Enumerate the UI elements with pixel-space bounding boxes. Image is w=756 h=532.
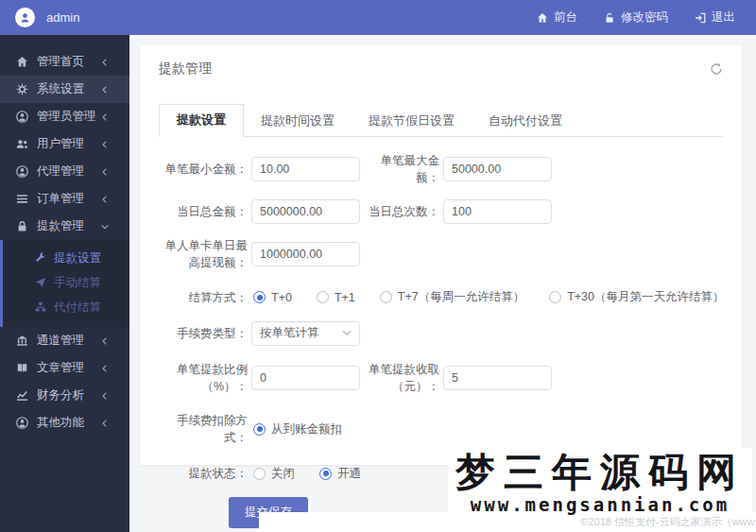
radio-t1[interactable]: T+1: [317, 291, 355, 304]
wrench-icon: [35, 252, 46, 264]
per-card-daily-max-input[interactable]: [251, 242, 360, 266]
sidebar-item-article-manage[interactable]: 文章管理: [0, 354, 129, 382]
tab-bar: 提款设置 提款时间设置 提款节假日设置 自动代付设置: [159, 103, 723, 137]
tab-auto-agentpay-settings[interactable]: 自动代付设置: [472, 106, 579, 137]
page-title: 提款管理: [159, 60, 212, 77]
status-radio-group: 关闭 开通: [253, 466, 361, 482]
topnav-logout[interactable]: 退出: [695, 9, 735, 26]
sidebar-item-finance-analysis[interactable]: 财务分析: [0, 382, 129, 409]
radio-unchecked-icon: [549, 291, 561, 303]
daily-amount-label: 当日总金额：: [163, 203, 248, 220]
sidebar-item-other-functions[interactable]: 其他功能: [0, 409, 129, 437]
radio-t30[interactable]: T+30（每月第一天允许结算）: [549, 289, 724, 305]
chart-line-icon: [16, 389, 28, 402]
submenu-item-manual-settle[interactable]: 手动结算: [3, 270, 129, 295]
radio-unchecked-icon: [380, 291, 392, 303]
radio-unchecked-icon: [253, 468, 266, 480]
settle-mode-radio-group: T+0 T+1 T+7（每周一允许结算） T+30（每月第一天允许结算）: [253, 289, 725, 305]
submenu-item-withdraw-settings[interactable]: 提款设置: [3, 246, 129, 270]
sidebar-item-label: 通道管理: [37, 333, 100, 349]
sidebar-item-label: 代理管理: [37, 163, 100, 180]
min-amount-input[interactable]: [251, 157, 360, 181]
user-circle-icon: [16, 165, 28, 178]
submenu-item-label: 手动结算: [54, 275, 101, 291]
sidebar-item-withdraw-manage[interactable]: 提款管理: [0, 213, 129, 240]
submenu-item-label: 提款设置: [54, 250, 101, 266]
sidebar-item-label: 其他功能: [37, 415, 100, 431]
daily-count-input[interactable]: [443, 199, 552, 224]
topbar-username: admin: [46, 10, 79, 25]
fee-percent-input[interactable]: [251, 366, 360, 390]
unlock-icon: [604, 12, 615, 24]
avatar[interactable]: [15, 8, 35, 27]
chevron-left-icon: [100, 140, 110, 149]
radio-checked-icon: [253, 291, 266, 303]
topnav-frontend[interactable]: 前台: [537, 9, 577, 26]
watermark-url: www.mengsannian.com: [455, 494, 745, 515]
tab-withdraw-holiday-settings[interactable]: 提款节假日设置: [352, 106, 472, 137]
sidebar-item-channel-manage[interactable]: 通道管理: [0, 327, 129, 354]
withdraw-submenu: 提款设置 手动结算 代付结算: [0, 240, 129, 327]
send-icon: [35, 277, 46, 288]
sidebar-item-home[interactable]: 管理首页: [0, 48, 129, 76]
daily-amount-input[interactable]: [251, 199, 360, 224]
chevron-left-icon: [100, 364, 110, 373]
chevron-left-icon: [100, 167, 110, 177]
fee-type-select[interactable]: 按单笔计算: [251, 321, 360, 346]
bank-icon: [16, 335, 28, 347]
users-icon: [16, 138, 28, 150]
chevron-left-icon: [100, 419, 110, 428]
topnav-frontend-label: 前台: [554, 9, 577, 26]
topbar-nav: 前台 修改密码 退出: [537, 9, 756, 26]
chevron-left-icon: [100, 391, 110, 401]
radio-status-closed[interactable]: 关闭: [253, 466, 295, 482]
submenu-item-agentpay-settle[interactable]: 代付结算: [3, 295, 129, 319]
min-amount-label: 单笔最小金额：: [163, 161, 248, 178]
sidebar-item-label: 管理首页: [37, 54, 100, 70]
user-circle-icon: [16, 111, 28, 123]
sidebar-item-label: 提款管理: [37, 218, 100, 234]
radio-status-open[interactable]: 开通: [319, 466, 361, 482]
copyright-text: ©2018 信恒支付-云码之家演示（www.myunma.com） 版权所有: [580, 515, 756, 529]
fee-deduct-label: 手续费扣除方式：: [163, 412, 248, 446]
daily-count-label: 当日总次数：: [364, 203, 439, 220]
sidebar-item-label: 财务分析: [37, 387, 100, 403]
watermark: 梦三年源码网 www.mengsannian.com: [448, 448, 752, 517]
tab-withdraw-settings[interactable]: 提款设置: [159, 104, 244, 137]
radio-unchecked-icon: [317, 291, 329, 303]
sidebar-item-label: 系统设置: [37, 81, 100, 97]
max-amount-input[interactable]: [443, 157, 552, 181]
sidebar-item-admin-manage[interactable]: 管理员管理: [0, 103, 129, 130]
fee-type-label: 手续费类型：: [163, 325, 248, 342]
radio-deduct-from-arrival[interactable]: 从到账金额扣: [253, 421, 342, 438]
sidebar-item-user-manage[interactable]: 用户管理: [0, 130, 129, 158]
topnav-change-password[interactable]: 修改密码: [604, 9, 668, 26]
home-icon: [16, 56, 28, 68]
fee-fixed-input[interactable]: [443, 366, 552, 390]
fee-type-selected-value: 按单笔计算: [260, 325, 319, 341]
radio-t0[interactable]: T+0: [253, 291, 292, 304]
radio-t7[interactable]: T+7（每周一允许结算）: [380, 289, 524, 305]
tab-withdraw-time-settings[interactable]: 提款时间设置: [244, 106, 352, 137]
book-icon: [16, 362, 28, 374]
sidebar-item-order-manage[interactable]: 订单管理: [0, 185, 129, 213]
lock-icon: [16, 220, 28, 232]
sidebar-item-label: 用户管理: [37, 136, 100, 152]
refresh-icon[interactable]: [710, 62, 723, 76]
chevron-left-icon: [100, 85, 110, 94]
caret-down-icon: [342, 330, 352, 336]
watermark-title: 梦三年源码网: [455, 451, 745, 494]
chevron-left-icon: [100, 195, 110, 204]
list-icon: [16, 193, 28, 205]
submenu-item-label: 代付结算: [54, 300, 101, 316]
topnav-change-password-label: 修改密码: [621, 9, 668, 26]
chevron-left-icon: [100, 336, 110, 346]
topnav-logout-label: 退出: [712, 9, 735, 26]
sidebar-item-agent-manage[interactable]: 代理管理: [0, 158, 129, 185]
home-icon: [537, 12, 548, 24]
gears-icon: [16, 83, 28, 95]
sidebar-item-system-settings[interactable]: 系统设置: [0, 76, 129, 103]
settle-mode-label: 结算方式：: [163, 289, 248, 306]
chevron-left-icon: [100, 58, 110, 67]
withdraw-manage-card: 提款管理 提款设置 提款时间设置 提款节假日设置 自动代付设置 单笔最小金额： …: [140, 45, 742, 465]
